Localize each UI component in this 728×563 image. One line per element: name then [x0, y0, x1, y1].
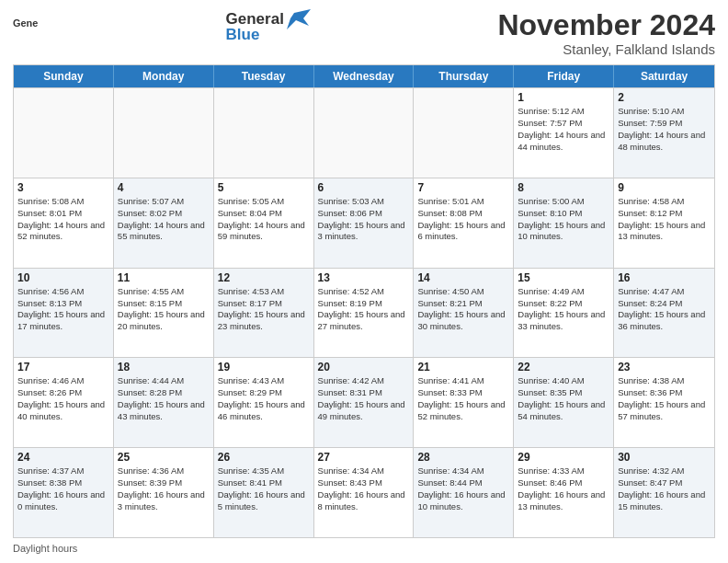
cal-cell-5: 5Sunrise: 5:05 AM Sunset: 8:04 PM Daylig… [214, 178, 314, 268]
day-info: Sunrise: 5:10 AM Sunset: 7:59 PM Dayligh… [618, 106, 711, 153]
day-number: 3 [17, 181, 109, 194]
cal-cell-30: 30Sunrise: 4:32 AM Sunset: 8:47 PM Dayli… [614, 448, 714, 537]
day-number: 8 [518, 181, 609, 194]
day-info: Sunrise: 4:34 AM Sunset: 8:43 PM Dayligh… [318, 465, 410, 512]
header-day-tuesday: Tuesday [214, 65, 314, 87]
cal-cell-1: 1Sunrise: 5:12 AM Sunset: 7:57 PM Daylig… [514, 88, 614, 178]
cal-cell-6: 6Sunrise: 5:03 AM Sunset: 8:06 PM Daylig… [314, 178, 415, 268]
cal-cell-empty-0 [14, 88, 114, 178]
day-info: Sunrise: 4:41 AM Sunset: 8:33 PM Dayligh… [417, 375, 509, 422]
footer: Daylight hours [13, 543, 715, 554]
day-number: 27 [318, 451, 410, 464]
calendar-row-0: 1Sunrise: 5:12 AM Sunset: 7:57 PM Daylig… [14, 87, 714, 178]
day-number: 6 [318, 181, 410, 194]
day-info: Sunrise: 5:08 AM Sunset: 8:01 PM Dayligh… [17, 196, 109, 243]
cal-cell-19: 19Sunrise: 4:43 AM Sunset: 8:29 PM Dayli… [214, 358, 314, 447]
day-number: 11 [118, 271, 210, 284]
cal-cell-empty-3 [314, 88, 415, 178]
cal-cell-23: 23Sunrise: 4:38 AM Sunset: 8:36 PM Dayli… [614, 358, 714, 447]
logo-block: General Blue [226, 9, 311, 44]
page: General General Blue November 2024 Stanl… [0, 0, 728, 563]
cal-cell-21: 21Sunrise: 4:41 AM Sunset: 8:33 PM Dayli… [414, 358, 514, 447]
cal-cell-20: 20Sunrise: 4:42 AM Sunset: 8:31 PM Dayli… [314, 358, 415, 447]
day-info: Sunrise: 4:42 AM Sunset: 8:31 PM Dayligh… [318, 375, 410, 422]
day-info: Sunrise: 4:46 AM Sunset: 8:26 PM Dayligh… [17, 375, 109, 422]
bird-icon [287, 9, 311, 29]
cal-cell-25: 25Sunrise: 4:36 AM Sunset: 8:39 PM Dayli… [114, 448, 214, 537]
day-number: 26 [218, 451, 310, 464]
logo: General [13, 9, 39, 37]
day-info: Sunrise: 4:53 AM Sunset: 8:17 PM Dayligh… [218, 286, 310, 333]
day-info: Sunrise: 5:03 AM Sunset: 8:06 PM Dayligh… [318, 196, 410, 243]
day-number: 7 [417, 181, 509, 194]
cal-cell-22: 22Sunrise: 4:40 AM Sunset: 8:35 PM Dayli… [514, 358, 614, 447]
header: General General Blue November 2024 Stanl… [13, 9, 715, 57]
day-info: Sunrise: 4:37 AM Sunset: 8:38 PM Dayligh… [17, 465, 109, 512]
calendar-row-3: 17Sunrise: 4:46 AM Sunset: 8:26 PM Dayli… [14, 357, 714, 447]
month-title: November 2024 [497, 9, 715, 41]
day-info: Sunrise: 4:36 AM Sunset: 8:39 PM Dayligh… [118, 465, 210, 512]
svg-text:General: General [13, 17, 39, 29]
day-number: 10 [17, 271, 109, 284]
cal-cell-15: 15Sunrise: 4:49 AM Sunset: 8:22 PM Dayli… [514, 269, 614, 358]
day-number: 13 [318, 271, 410, 284]
cal-cell-16: 16Sunrise: 4:47 AM Sunset: 8:24 PM Dayli… [614, 269, 714, 358]
day-number: 5 [218, 181, 310, 194]
cal-cell-28: 28Sunrise: 4:34 AM Sunset: 8:44 PM Dayli… [414, 448, 514, 537]
day-info: Sunrise: 5:00 AM Sunset: 8:10 PM Dayligh… [518, 196, 609, 243]
calendar-row-1: 3Sunrise: 5:08 AM Sunset: 8:01 PM Daylig… [14, 178, 714, 268]
svg-marker-1 [287, 9, 311, 29]
day-info: Sunrise: 5:01 AM Sunset: 8:08 PM Dayligh… [417, 196, 509, 243]
day-number: 18 [118, 361, 210, 373]
day-info: Sunrise: 4:55 AM Sunset: 8:15 PM Dayligh… [118, 286, 210, 333]
header-day-saturday: Saturday [614, 65, 714, 87]
day-number: 14 [417, 271, 509, 284]
calendar-row-4: 24Sunrise: 4:37 AM Sunset: 8:38 PM Dayli… [14, 447, 714, 537]
day-info: Sunrise: 5:07 AM Sunset: 8:02 PM Dayligh… [118, 196, 210, 243]
day-number: 21 [417, 361, 509, 373]
calendar-header: SundayMondayTuesdayWednesdayThursdayFrid… [14, 65, 714, 87]
day-number: 15 [518, 271, 609, 284]
day-info: Sunrise: 4:43 AM Sunset: 8:29 PM Dayligh… [218, 375, 310, 422]
location-subtitle: Stanley, Falkland Islands [497, 41, 715, 57]
cal-cell-13: 13Sunrise: 4:52 AM Sunset: 8:19 PM Dayli… [314, 269, 415, 358]
day-number: 17 [17, 361, 109, 373]
day-number: 9 [618, 181, 711, 194]
cal-cell-14: 14Sunrise: 4:50 AM Sunset: 8:21 PM Dayli… [414, 269, 514, 358]
cal-cell-18: 18Sunrise: 4:44 AM Sunset: 8:28 PM Dayli… [114, 358, 214, 447]
day-info: Sunrise: 4:33 AM Sunset: 8:46 PM Dayligh… [518, 465, 609, 512]
cal-cell-29: 29Sunrise: 4:33 AM Sunset: 8:46 PM Dayli… [514, 448, 614, 537]
day-info: Sunrise: 4:47 AM Sunset: 8:24 PM Dayligh… [618, 286, 711, 333]
calendar: SundayMondayTuesdayWednesdayThursdayFrid… [13, 64, 715, 538]
cal-cell-17: 17Sunrise: 4:46 AM Sunset: 8:26 PM Dayli… [14, 358, 114, 447]
day-info: Sunrise: 4:34 AM Sunset: 8:44 PM Dayligh… [417, 465, 509, 512]
day-info: Sunrise: 5:05 AM Sunset: 8:04 PM Dayligh… [218, 196, 310, 243]
day-number: 19 [218, 361, 310, 373]
day-number: 2 [618, 91, 711, 104]
calendar-body: 1Sunrise: 5:12 AM Sunset: 7:57 PM Daylig… [14, 87, 714, 537]
day-number: 30 [618, 451, 711, 464]
day-number: 24 [17, 451, 109, 464]
header-day-friday: Friday [514, 65, 614, 87]
header-day-monday: Monday [114, 65, 214, 87]
day-number: 25 [118, 451, 210, 464]
calendar-row-2: 10Sunrise: 4:56 AM Sunset: 8:13 PM Dayli… [14, 268, 714, 358]
day-info: Sunrise: 5:12 AM Sunset: 7:57 PM Dayligh… [518, 106, 609, 153]
cal-cell-2: 2Sunrise: 5:10 AM Sunset: 7:59 PM Daylig… [614, 88, 714, 178]
day-number: 1 [518, 91, 609, 104]
cal-cell-empty-4 [414, 88, 514, 178]
header-day-wednesday: Wednesday [314, 65, 415, 87]
day-number: 23 [618, 361, 711, 373]
day-number: 20 [318, 361, 410, 373]
logo-bird-icon: General [13, 9, 39, 35]
daylight-label: Daylight hours [13, 543, 77, 554]
day-info: Sunrise: 4:50 AM Sunset: 8:21 PM Dayligh… [417, 286, 509, 333]
day-info: Sunrise: 4:56 AM Sunset: 8:13 PM Dayligh… [17, 286, 109, 333]
day-info: Sunrise: 4:40 AM Sunset: 8:35 PM Dayligh… [518, 375, 609, 422]
day-number: 22 [518, 361, 609, 373]
cal-cell-4: 4Sunrise: 5:07 AM Sunset: 8:02 PM Daylig… [114, 178, 214, 268]
cal-cell-8: 8Sunrise: 5:00 AM Sunset: 8:10 PM Daylig… [514, 178, 614, 268]
title-block: November 2024 Stanley, Falkland Islands [497, 9, 715, 57]
cal-cell-9: 9Sunrise: 4:58 AM Sunset: 8:12 PM Daylig… [614, 178, 714, 268]
day-info: Sunrise: 4:38 AM Sunset: 8:36 PM Dayligh… [618, 375, 711, 422]
